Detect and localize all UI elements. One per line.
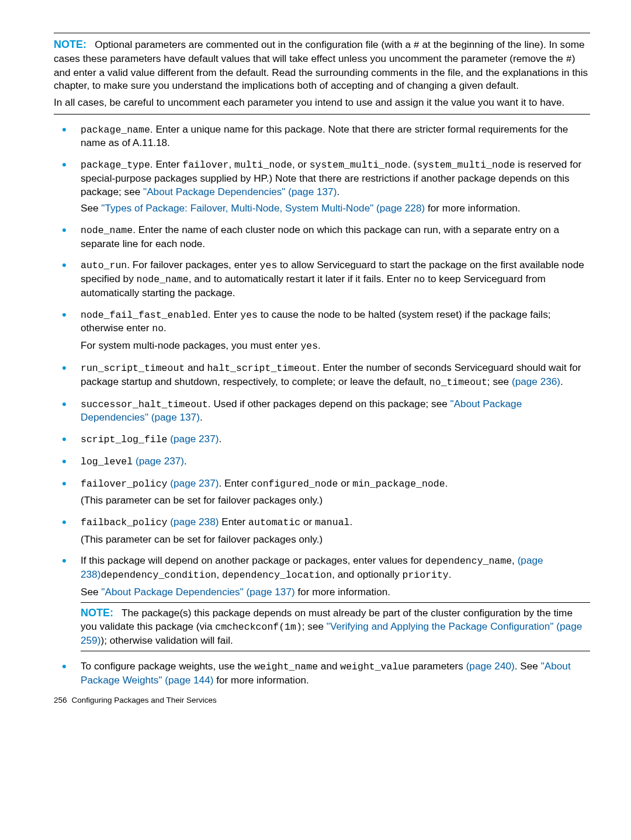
page-footer: 256Configuring Packages and Their Servic… — [54, 696, 590, 704]
code: configured_node — [251, 478, 338, 490]
item-text: . For failover packages, enter — [127, 259, 259, 270]
item-text: , or — [292, 158, 310, 170]
list-item: node_fail_fast_enabled. Enter yes to cau… — [54, 308, 590, 353]
item-text: If this package will depend on another p… — [81, 554, 425, 566]
top-note-body: NOTE: Optional parameters are commented … — [54, 38, 590, 109]
code: system_multi_node — [310, 159, 408, 171]
item-text: . Enter the name of each cluster node on… — [81, 224, 559, 249]
code: min_package_node — [352, 478, 445, 490]
param-name: package_name — [81, 124, 150, 136]
xref-link[interactable]: "About Package Dependencies" (page 137) — [143, 186, 337, 197]
code: system_multi_node — [417, 159, 515, 171]
item-text: . — [449, 568, 452, 580]
note-text: Optional parameters are commented out in… — [95, 39, 414, 50]
item-text: for more information. — [295, 586, 390, 598]
item-subpara: (This parameter can be set for failover … — [81, 533, 590, 546]
footer-title: Configuring Packages and Their Services — [72, 696, 217, 704]
item-text: . — [164, 322, 167, 334]
list-item: failover_policy (page 237). Enter config… — [54, 477, 590, 507]
code: node_name — [137, 274, 189, 285]
item-text: . Enter a unique name for this package. … — [81, 123, 568, 149]
list-item: auto_run. For failover packages, enter y… — [54, 258, 590, 299]
page-number: 256 — [54, 696, 67, 704]
code: yes — [260, 260, 278, 271]
note-text: ; see — [302, 620, 327, 632]
item-text: . — [318, 339, 321, 351]
item-text: . Enter — [150, 158, 182, 170]
xref-link[interactable]: "About Package Dependencies" (page 137) — [101, 586, 294, 598]
item-text: . Enter — [219, 477, 251, 489]
item-text: To configure package weights, use the — [81, 660, 254, 672]
param-name: log_level — [81, 456, 133, 467]
item-text: . — [560, 376, 563, 387]
item-text: for more information. — [425, 202, 520, 214]
list-item: script_log_file (page 237). — [54, 432, 590, 446]
code: halt_script_timeout — [207, 363, 317, 374]
item-subpara: See "Types of Package: Failover, Multi-N… — [81, 202, 590, 215]
xref-link[interactable]: (page 236) — [512, 376, 560, 387]
top-note: NOTE: Optional parameters are commented … — [54, 33, 590, 114]
item-text: . See — [515, 660, 541, 672]
param-name: run_script_timeout — [81, 363, 185, 374]
code: dependency_location — [222, 570, 332, 581]
param-name: failback_policy — [81, 517, 168, 528]
item-text: or — [338, 477, 352, 489]
code: manual — [315, 517, 349, 528]
xref-link[interactable]: "Types of Package: Failover, Multi-Node,… — [101, 202, 425, 214]
page-content: NOTE: Optional parameters are commented … — [0, 0, 631, 728]
item-text: . — [184, 455, 187, 467]
item-text: . — [200, 411, 203, 423]
param-name: node_fail_fast_enabled — [81, 310, 208, 321]
item-text: for more information. — [213, 674, 308, 686]
item-text: , — [512, 554, 518, 566]
item-text: or — [300, 516, 315, 527]
item-text: and — [185, 362, 207, 373]
item-subpara: See "About Package Dependencies" (page 1… — [81, 585, 590, 599]
param-name: auto_run — [81, 260, 127, 271]
item-text: See — [81, 202, 101, 214]
param-name: node_name — [81, 225, 133, 236]
item-text: . ( — [408, 158, 417, 170]
code: no — [152, 323, 164, 334]
xref-link[interactable]: (page 238) — [170, 516, 219, 527]
item-text: . — [349, 516, 352, 527]
list-item: node_name. Enter the name of each cluste… — [54, 223, 590, 250]
code: dependency_name — [425, 556, 512, 567]
xref-link[interactable]: (page 237) — [170, 433, 219, 445]
code: yes — [240, 310, 258, 321]
xref-link[interactable]: (page 237) — [170, 477, 219, 489]
code: priority — [403, 570, 449, 581]
item-text: , and to automatically restart it later … — [189, 273, 414, 284]
item-text: , — [228, 158, 234, 170]
list-item: To configure package weights, use the we… — [54, 659, 590, 686]
code: weight_value — [340, 661, 410, 672]
code: no_timeout — [429, 377, 487, 388]
note-para2: In all cases, be careful to uncomment ea… — [54, 96, 590, 109]
hash-char: # — [414, 40, 419, 51]
item-text: , and optionally — [332, 568, 402, 580]
list-item: log_level (page 237). — [54, 454, 590, 468]
param-name: failover_policy — [81, 478, 168, 490]
note-text: ); otherwise validation will fail. — [100, 634, 233, 646]
item-subpara: (This parameter can be set for failover … — [81, 494, 590, 507]
code: weight_name — [254, 661, 318, 672]
item-text: . — [445, 477, 448, 489]
list-item: failback_policy (page 238) Enter automat… — [54, 515, 590, 546]
list-item: package_type. Enter failover, multi_node… — [54, 158, 590, 215]
note-label: NOTE: — [81, 607, 113, 619]
param-name: script_log_file — [81, 434, 168, 445]
parameter-list: package_name. Enter a unique name for th… — [54, 123, 590, 687]
item-text: , — [216, 568, 222, 580]
item-text: and — [318, 660, 340, 672]
param-name: package_type — [81, 159, 150, 171]
xref-link[interactable]: (page 240) — [466, 660, 515, 672]
xref-link[interactable]: (page 237) — [136, 455, 184, 467]
param-name: successor_halt_timeout — [81, 399, 208, 410]
item-text: See — [81, 586, 101, 598]
note-label: NOTE: — [54, 39, 86, 50]
item-text: parameters — [410, 660, 466, 672]
list-item: run_script_timeout and halt_script_timeo… — [54, 361, 590, 389]
list-item: If this package will depend on another p… — [54, 554, 590, 651]
code: failover — [182, 159, 228, 171]
item-text: Enter — [219, 516, 248, 527]
